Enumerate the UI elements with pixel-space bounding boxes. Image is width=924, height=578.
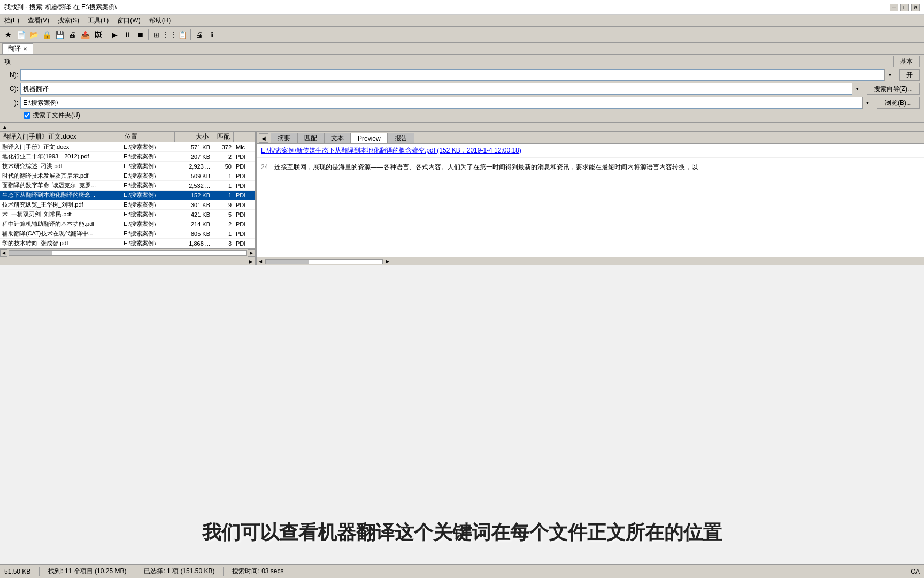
toolbar-play[interactable]: ▶: [109, 29, 120, 41]
file-row-4[interactable]: 面翻译的数字革命_读迈克尔_克罗... E:\搜索案例\ 2,532 ... 1…: [0, 181, 255, 191]
tab-translate-label: 翻译: [8, 44, 21, 54]
name-input[interactable]: [20, 69, 895, 81]
file-type-0: Mic: [234, 144, 255, 150]
menu-bar: 档(E) 查看(V) 搜索(S) 工具(T) 窗口(W) 帮助(H): [0, 15, 924, 27]
tab-close-button[interactable]: ✕: [23, 46, 27, 52]
tab-abstract[interactable]: 摘要: [271, 133, 297, 143]
toolbar-columns[interactable]: ⋮⋮: [164, 29, 175, 41]
file-loc-3: E:\搜索案例\: [121, 172, 175, 180]
hscroll-track[interactable]: [9, 250, 247, 256]
menu-view[interactable]: 查看(V): [24, 15, 53, 26]
collapse-arrow[interactable]: ▲: [2, 124, 7, 130]
header-size[interactable]: 大小: [175, 132, 212, 142]
search-wizard-button[interactable]: 搜索向导(Z)...: [867, 83, 920, 95]
open-button[interactable]: 开: [899, 69, 920, 81]
window-controls: ─ □ ✕: [890, 4, 920, 11]
basic-button[interactable]: 基本: [893, 56, 920, 67]
tab-preview[interactable]: Preview: [351, 133, 388, 143]
menu-window[interactable]: 窗口(W): [113, 15, 144, 26]
file-loc-8: E:\搜索案例\: [121, 220, 175, 228]
close-button[interactable]: ✕: [911, 4, 920, 11]
file-row-5[interactable]: 生态下从翻译到本地化翻译的概念... E:\搜索案例\ 152 KB 1 PDI: [0, 191, 255, 200]
toolbar-pause[interactable]: ⏸: [121, 29, 133, 41]
browse-button[interactable]: 浏览(B)...: [877, 97, 920, 109]
toolbar-stop[interactable]: ⏹: [134, 29, 146, 41]
category-input[interactable]: [20, 83, 863, 95]
file-row-1[interactable]: 地化行业二十年(1993—2012).pdf E:\搜索案例\ 207 KB 2…: [0, 152, 255, 162]
file-row-6[interactable]: 技术研究纵览_王华树_刘明.pdf E:\搜索案例\ 301 KB 9 PDI: [0, 200, 255, 210]
subtitle-text: 我们可以查看机器翻译这个关键词在每个文件正文所在的位置: [202, 520, 722, 546]
file-name-3: 时代的翻译技术发展及其启示.pdf: [0, 172, 121, 180]
file-loc-0: E:\搜索案例\: [121, 143, 175, 151]
file-row-0[interactable]: 翻译入门手册》正文.docx E:\搜索案例\ 571 KB 372 Mic: [0, 142, 255, 152]
file-match-1: 2: [212, 154, 234, 160]
toolbar-star[interactable]: ★: [2, 29, 14, 41]
minimize-button[interactable]: ─: [890, 4, 898, 11]
preview-hscroll-left[interactable]: ◀: [257, 258, 264, 265]
file-row-2[interactable]: 技术研究综述_刁洪.pdf E:\搜索案例\ 2,923 ... 50 PDI: [0, 162, 255, 171]
window-title: 我找到 - 搜索: 机器翻译 在 E:\搜索案例\: [4, 3, 117, 12]
path-input[interactable]: [20, 97, 873, 109]
status-bar: 51.50 KB 找到: 11 个项目 (10.25 MB) 已选择: 1 项 …: [0, 564, 924, 578]
menu-tools[interactable]: 工具(T): [83, 15, 113, 26]
tab-match[interactable]: 匹配: [297, 133, 324, 143]
file-size-8: 214 KB: [175, 221, 212, 227]
list-scroll-arrow[interactable]: ▶: [0, 257, 255, 265]
file-match-9: 1: [212, 231, 234, 237]
header-location[interactable]: 位置: [121, 132, 175, 142]
file-row-8[interactable]: 程中计算机辅助翻译的基本功能.pdf E:\搜索案例\ 214 KB 2 PDI: [0, 219, 255, 229]
toolbar-grid[interactable]: ⊞: [151, 29, 163, 41]
file-list-body: 翻译入门手册》正文.docx E:\搜索案例\ 571 KB 372 Mic 地…: [0, 142, 255, 248]
file-row-9[interactable]: 辅助翻译(CAT)技术在现代翻译中... E:\搜索案例\ 805 KB 1 P…: [0, 229, 255, 239]
preview-pane: ◀ 摘要 匹配 文本 Preview 报告 E:\搜索案例\新传媒生态下从翻译到…: [257, 132, 924, 265]
form-label-path: ):: [4, 99, 20, 107]
toolbar-lock[interactable]: 🔒: [41, 29, 52, 41]
toolbar-print-preview[interactable]: 🖨: [66, 29, 78, 41]
subfolder-checkbox[interactable]: [24, 112, 30, 119]
form-row-name: N): ▼ 开: [4, 69, 920, 81]
tab-text[interactable]: 文本: [324, 133, 351, 143]
tab-report[interactable]: 报告: [388, 133, 414, 143]
file-size-1: 207 KB: [175, 154, 212, 160]
file-type-5: PDI: [234, 192, 255, 199]
preview-hscroll-track[interactable]: [265, 259, 383, 264]
file-size-4: 2,532 ...: [175, 182, 212, 189]
menu-help[interactable]: 帮助(H): [145, 15, 175, 26]
header-name[interactable]: 翻译入门手册》正文.docx: [0, 132, 121, 142]
preview-tabs: ◀ 摘要 匹配 文本 Preview 报告: [257, 132, 924, 144]
hscroll-right[interactable]: ▶: [248, 249, 255, 257]
header-type: [234, 136, 255, 138]
toolbar-about[interactable]: ℹ: [206, 29, 218, 41]
hscroll-left[interactable]: ◀: [0, 249, 7, 257]
file-name-6: 技术研究纵览_王华树_刘明.pdf: [0, 201, 121, 209]
toolbar-save[interactable]: 💾: [53, 29, 65, 41]
preview-hscroll-right[interactable]: ▶: [384, 258, 391, 265]
file-name-4: 面翻译的数字革命_读迈克尔_克罗...: [0, 181, 121, 189]
menu-file[interactable]: 档(E): [0, 15, 24, 26]
toolbar-image[interactable]: 🖼: [92, 29, 104, 41]
toolbar-export2[interactable]: 📋: [176, 29, 188, 41]
subfolder-label: 搜索子文件夹(U): [33, 111, 80, 120]
preview-file-path[interactable]: E:\搜索案例\新传媒生态下从翻译到本地化翻译的概念嬗变.pdf (152 KB…: [257, 144, 924, 158]
toolbar-open[interactable]: 📂: [28, 29, 40, 41]
file-row-3[interactable]: 时代的翻译技术发展及其启示.pdf E:\搜索案例\ 509 KB 1 PDI: [0, 171, 255, 181]
status-search-time: 搜索时间: 03 secs: [232, 567, 283, 576]
toolbar-export[interactable]: 📤: [79, 29, 91, 41]
file-loc-9: E:\搜索案例\: [121, 230, 175, 238]
menu-search[interactable]: 搜索(S): [53, 15, 83, 26]
file-type-4: PDI: [234, 182, 255, 189]
file-row-7[interactable]: 术_一柄双刃剑_刘常民.pdf E:\搜索案例\ 421 KB 5 PDI: [0, 210, 255, 219]
file-size-5: 152 KB: [175, 192, 212, 199]
name-dropdown-arrow[interactable]: ▼: [884, 69, 895, 81]
title-bar: 我找到 - 搜索: 机器翻译 在 E:\搜索案例\ ─ □ ✕: [0, 0, 924, 15]
header-match[interactable]: 匹配: [212, 132, 234, 142]
file-match-6: 9: [212, 202, 234, 208]
preview-nav-left[interactable]: ◀: [259, 133, 268, 143]
category-dropdown-arrow[interactable]: ▼: [852, 83, 863, 95]
path-dropdown-arrow[interactable]: ▼: [862, 97, 873, 109]
file-row-10[interactable]: 学的技术转向_张成智.pdf E:\搜索案例\ 1,868 ... 3 PDI: [0, 239, 255, 248]
maximize-button[interactable]: □: [900, 4, 909, 11]
toolbar-new[interactable]: 📄: [15, 29, 27, 41]
toolbar-print[interactable]: 🖨: [193, 29, 205, 41]
tab-translate[interactable]: 翻译 ✕: [2, 43, 33, 54]
